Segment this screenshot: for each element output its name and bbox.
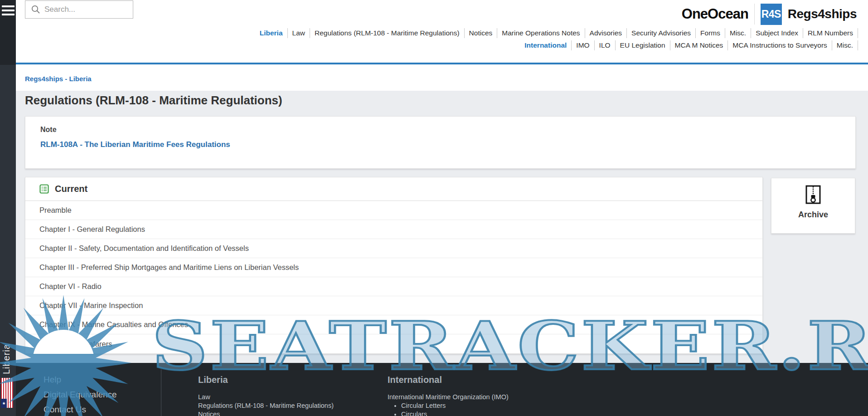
nav-item[interactable]: Law (288, 28, 310, 38)
header: OneOcean R4S Regs4ships LiberiaLawRegula… (0, 0, 868, 63)
current-header: Current (25, 177, 762, 201)
nav-row-liberia: LiberiaLawRegulations (RLM-108 - Maritim… (255, 28, 858, 38)
archive-card[interactable]: Archive (771, 178, 855, 234)
footer-divider (161, 369, 161, 416)
search-input[interactable] (25, 0, 133, 19)
nav-item[interactable]: MCA M Notices (670, 40, 728, 50)
search-icon (31, 5, 41, 15)
footer-liberia-links: LawRegulations (RLM-108 - Maritime Regul… (198, 393, 334, 416)
nav-item[interactable]: Liberia (255, 28, 288, 38)
nav-item[interactable]: International (520, 40, 572, 50)
nav-row-international: InternationalIMOILOEU LegislationMCA M N… (255, 40, 858, 50)
footer: HelpDigital EquivalenceContact Us Liberi… (0, 363, 868, 416)
footer-link[interactable]: Help (44, 375, 117, 385)
note-card: Note RLM-108A - The Liberian Maritime Fe… (25, 116, 856, 169)
header-accent-rule (16, 63, 868, 64)
chapter-list: PreambleChapter I - General RegulationsC… (25, 201, 762, 353)
chapter-row[interactable]: Chapter VII - Marine Inspection (25, 296, 762, 315)
chapter-row[interactable]: Chapter I - General Regulations (25, 220, 762, 239)
footer-imo-sublink[interactable]: Circulars (401, 410, 509, 416)
nav-item[interactable]: Advisories (585, 28, 627, 38)
nav-item[interactable]: Forms (696, 28, 725, 38)
hamburger-menu-icon[interactable] (2, 5, 15, 18)
r4s-badge-icon[interactable]: R4S (761, 4, 782, 25)
nav-item[interactable]: EU Legislation (616, 40, 670, 50)
nav-item[interactable]: IMO (572, 40, 594, 50)
nav-item[interactable]: MCA Instructions to Surveyors (728, 40, 832, 50)
footer-help-column: HelpDigital EquivalenceContact Us (44, 375, 117, 416)
footer-imo-sublink[interactable]: Circular Letters (401, 401, 509, 410)
footer-liberia-heading: Liberia (198, 375, 334, 385)
nav-item[interactable]: RLM Numbers (803, 28, 858, 38)
nav-item[interactable]: Notices (465, 28, 498, 38)
footer-international-column: International International Maritime Org… (388, 375, 509, 416)
footer-liberia-link[interactable]: Law (198, 393, 334, 401)
footer-imo-link[interactable]: International Maritime Organization (IMO… (388, 393, 509, 401)
footer-liberia-link[interactable]: Notices (198, 410, 334, 416)
breadcrumb-bar: Regs4ships - Liberia (16, 64, 868, 91)
nav-item[interactable]: Marine Operations Notes (497, 28, 585, 38)
nav-item[interactable]: Misc. (832, 40, 858, 50)
chapter-row[interactable]: Preamble (25, 201, 762, 220)
note-heading: Note (40, 126, 57, 134)
footer-imo-sublinks: Circular LettersCirculars (401, 401, 509, 416)
footer-international-heading: International (388, 375, 509, 385)
regs4ships-logo[interactable]: Regs4ships (788, 7, 857, 21)
list-icon (39, 184, 49, 194)
nav-item[interactable]: Subject Index (751, 28, 803, 38)
note-link[interactable]: RLM-108A - The Liberian Maritime Fees Re… (40, 140, 230, 149)
search-box (25, 0, 133, 19)
main-navigation: LiberiaLawRegulations (RLM-108 - Maritim… (255, 28, 858, 53)
flag-star: ★ (1, 399, 7, 408)
archive-zip-icon (805, 185, 821, 205)
rail-vertical-label: Liberia (1, 333, 12, 374)
chapter-row[interactable]: Chapter II - Safety, Documentation and I… (25, 239, 762, 258)
brand-area: OneOcean R4S Regs4ships (682, 3, 857, 25)
footer-liberia-link[interactable]: Regulations (RLM-108 - Maritime Regulati… (198, 401, 334, 410)
archive-label: Archive (771, 210, 855, 220)
chapter-row[interactable]: Chapter IX - Marine Casualties and Offen… (25, 315, 762, 334)
page: OneOcean R4S Regs4ships LiberiaLawRegula… (0, 0, 868, 416)
footer-link[interactable]: Digital Equivalence (44, 390, 117, 400)
nav-item[interactable]: ILO (595, 40, 616, 50)
chapter-row[interactable]: Chapter VI - Radio (25, 277, 762, 296)
nav-item[interactable]: Security Advisories (627, 28, 696, 38)
nav-item[interactable]: Misc. (725, 28, 751, 38)
footer-liberia-column: Liberia LawRegulations (RLM-108 - Mariti… (198, 375, 334, 416)
page-title: Regulations (RLM-108 - Maritime Regulati… (25, 93, 282, 108)
left-rail: Liberia ★ (0, 0, 16, 416)
chapter-row[interactable]: Chapter X - Seafarers (25, 334, 762, 353)
current-title: Current (55, 184, 87, 194)
nav-item[interactable]: Regulations (RLM-108 - Maritime Regulati… (310, 28, 465, 38)
oneocean-logo[interactable]: OneOcean (682, 6, 748, 22)
chapter-row[interactable]: Chapter III - Preferred Ship Mortgages a… (25, 258, 762, 277)
current-card: Current PreambleChapter I - General Regu… (25, 177, 763, 354)
brand-divider (754, 4, 755, 24)
breadcrumb[interactable]: Regs4ships - Liberia (25, 75, 92, 83)
footer-link[interactable]: Contact Us (44, 405, 117, 415)
liberia-flag-icon: ★ (1, 378, 13, 408)
